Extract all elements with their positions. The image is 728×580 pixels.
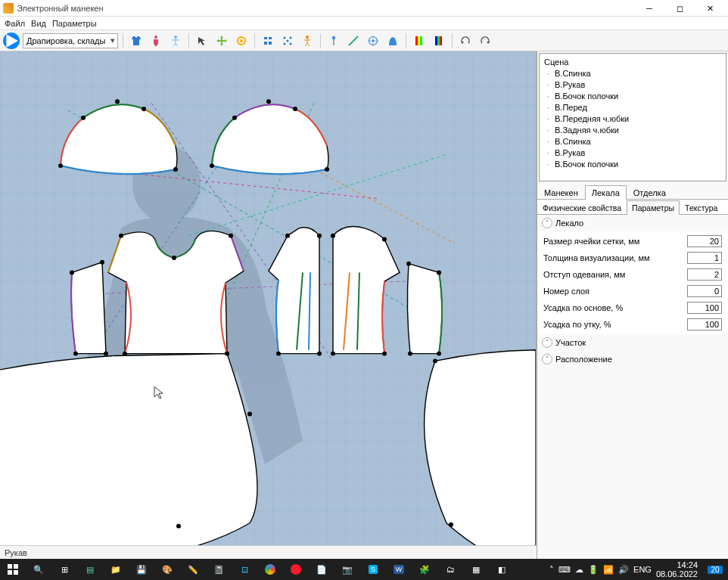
taskbar-app[interactable]: ✏️ bbox=[180, 559, 206, 580]
subtab-texture[interactable]: Текстура bbox=[680, 200, 723, 215]
pattern-front-icon[interactable] bbox=[260, 33, 276, 49]
language-indicator[interactable]: ENG bbox=[633, 565, 652, 574]
scene-item[interactable]: В.Бочок полочки bbox=[544, 91, 721, 102]
scene-item[interactable]: В.Рукав bbox=[544, 147, 721, 159]
taskbar-app[interactable]: 🗂 bbox=[437, 559, 463, 580]
scene-item[interactable]: В.Бочок полочки bbox=[544, 159, 721, 170]
taskbar-app[interactable]: 🧩 bbox=[412, 559, 437, 580]
svg-point-0 bbox=[154, 36, 157, 39]
mode-dropdown-label: Драпировка, склады bbox=[26, 36, 105, 45]
svg-point-46 bbox=[229, 234, 233, 238]
seam-icon[interactable] bbox=[279, 33, 296, 49]
svg-point-38 bbox=[173, 167, 178, 172]
gear-settings-icon[interactable] bbox=[233, 33, 250, 49]
subtab-params[interactable]: Параметры bbox=[627, 200, 680, 215]
prop-label: Усадка по основе, % bbox=[543, 303, 683, 312]
shape-icon[interactable] bbox=[384, 33, 401, 49]
pin-icon[interactable] bbox=[325, 33, 342, 49]
section-pattern-body: Размер ячейки сетки, мм Толщина визуализ… bbox=[537, 231, 728, 334]
line-icon[interactable] bbox=[345, 33, 362, 49]
taskbar-clock[interactable]: 14:24 08.06.2022 bbox=[656, 560, 702, 578]
scene-item[interactable]: В.Задняя ч.юбки bbox=[544, 125, 721, 136]
tab-finishing[interactable]: Отделка bbox=[627, 185, 673, 200]
taskbar-app[interactable]: 📄 bbox=[309, 559, 334, 580]
app-icon bbox=[3, 3, 14, 14]
figure-icon[interactable] bbox=[299, 33, 316, 49]
separator bbox=[254, 33, 255, 48]
scene-root[interactable]: Сцена bbox=[544, 57, 721, 68]
scene-item[interactable]: В.Спинка bbox=[544, 68, 721, 79]
svg-point-41 bbox=[266, 99, 271, 104]
prop-shrink-warp[interactable] bbox=[687, 302, 722, 314]
minimize-button[interactable]: ─ bbox=[634, 0, 664, 17]
scene-tree[interactable]: Сцена В.Спинка В.Рукав В.Бочок полочки В… bbox=[539, 53, 726, 181]
body-icon[interactable] bbox=[167, 33, 184, 49]
system-tray[interactable]: ˄ ⌨ ☁ 🔋 📶 🔊 ENG bbox=[545, 565, 656, 575]
undo-icon[interactable] bbox=[457, 33, 474, 49]
shirt-icon[interactable] bbox=[128, 33, 145, 49]
prop-label: Отступ одевания, мм bbox=[543, 270, 683, 279]
menu-view[interactable]: Вид bbox=[31, 19, 46, 28]
prop-shrink-weft[interactable] bbox=[687, 318, 722, 330]
prop-grid-size[interactable] bbox=[687, 235, 722, 247]
taskbar-app[interactable]: ⊡ bbox=[232, 559, 257, 580]
arrow-icon[interactable] bbox=[194, 33, 210, 49]
windows-taskbar: 🔍 ⊞ ▤ 📁 💾 🎨 ✏️ 📓 ⊡ 📄 📷 S W 🧩 🗂 ▦ ◧ ˄ ⌨ ☁… bbox=[0, 559, 728, 580]
section-placement-header[interactable]: ˅ Расположение bbox=[537, 351, 728, 368]
svg-point-1 bbox=[174, 36, 177, 39]
subtab-physics[interactable]: Физические свойства bbox=[537, 200, 627, 215]
maximize-button[interactable]: ◻ bbox=[664, 0, 695, 17]
start-button[interactable] bbox=[0, 559, 26, 580]
tray-chevron-icon[interactable]: ˄ bbox=[549, 565, 554, 575]
prop-layer-number[interactable] bbox=[687, 285, 722, 297]
svg-rect-75 bbox=[14, 564, 18, 569]
close-button[interactable]: ✕ bbox=[695, 0, 725, 17]
circle-target-icon[interactable] bbox=[365, 33, 381, 49]
taskbar-app[interactable] bbox=[257, 559, 283, 580]
notifications-button[interactable]: 20 bbox=[702, 559, 728, 580]
taskbar-app[interactable]: ▤ bbox=[77, 559, 103, 580]
gradient1-icon[interactable] bbox=[411, 33, 428, 49]
scene-item[interactable]: В.Спинка bbox=[544, 136, 721, 147]
taskbar-app[interactable]: S bbox=[360, 559, 386, 580]
taskbar-app[interactable]: 📓 bbox=[206, 559, 232, 580]
taskbar-app[interactable]: ◧ bbox=[489, 559, 515, 580]
separator bbox=[452, 33, 453, 48]
keyboard-icon[interactable]: ⌨ bbox=[558, 565, 571, 575]
move-icon[interactable] bbox=[213, 33, 230, 49]
taskbar-app[interactable] bbox=[283, 559, 309, 580]
design-canvas[interactable] bbox=[0, 51, 537, 545]
search-icon[interactable]: 🔍 bbox=[26, 559, 51, 580]
taskbar-app[interactable]: W bbox=[386, 559, 412, 580]
tab-patterns[interactable]: Лекала bbox=[585, 185, 627, 200]
cloud-icon[interactable]: ☁ bbox=[575, 565, 583, 575]
menu-params[interactable]: Параметры bbox=[52, 19, 97, 28]
taskbar-app[interactable]: 📷 bbox=[334, 559, 360, 580]
mannequin-icon[interactable] bbox=[148, 33, 164, 49]
mode-dropdown[interactable]: Драпировка, склады bbox=[23, 33, 118, 48]
redo-icon[interactable] bbox=[477, 33, 493, 49]
svg-point-45 bbox=[172, 256, 176, 260]
menu-file[interactable]: Файл bbox=[5, 19, 25, 28]
section-area-header[interactable]: ˅ Участок bbox=[537, 334, 728, 351]
taskbar-app[interactable]: 📁 bbox=[103, 559, 129, 580]
battery-icon[interactable]: 🔋 bbox=[588, 565, 599, 575]
play-button[interactable] bbox=[3, 33, 20, 49]
taskbar-app[interactable]: 🎨 bbox=[154, 559, 180, 580]
wifi-icon[interactable]: 📶 bbox=[603, 565, 614, 575]
svg-point-72 bbox=[433, 358, 437, 363]
prop-dress-offset[interactable] bbox=[687, 268, 722, 281]
scene-item[interactable]: В.Рукав bbox=[544, 79, 721, 91]
section-pattern-header[interactable]: ˄ Лекало bbox=[537, 215, 728, 231]
taskbar-app[interactable]: ▦ bbox=[463, 559, 489, 580]
prop-visual-thickness[interactable] bbox=[687, 252, 722, 264]
volume-icon[interactable]: 🔊 bbox=[618, 565, 629, 575]
scene-item[interactable]: В.Перед bbox=[544, 102, 721, 113]
task-view-icon[interactable]: ⊞ bbox=[51, 559, 77, 580]
taskbar-app[interactable]: 💾 bbox=[129, 559, 154, 580]
gradient2-icon[interactable] bbox=[431, 33, 447, 49]
tab-mannequin[interactable]: Манекен bbox=[537, 185, 585, 200]
svg-point-57 bbox=[317, 352, 322, 356]
scene-item[interactable]: В.Передняя ч.юбки bbox=[544, 113, 721, 125]
notifications-count: 20 bbox=[708, 566, 722, 574]
